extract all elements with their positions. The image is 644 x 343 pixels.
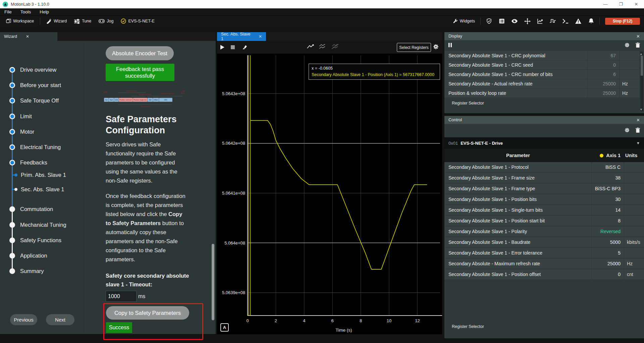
parameter-row[interactable]: Secondary Absolute Slave 1 - Single-turn… (444, 205, 644, 215)
parameter-value[interactable]: 8 (592, 216, 624, 226)
stop-button[interactable]: Stop (F12) (605, 18, 640, 25)
tab-sec-abs-slave-1[interactable]: Sec. Abs. Slave 1 ✕ (217, 32, 266, 41)
parameter-value[interactable]: Reversed (592, 226, 624, 236)
display-row[interactable]: Secondary Absolute Slave 1 - CRC polynom… (444, 51, 639, 60)
menu-file[interactable]: File (0, 9, 16, 14)
list-icon[interactable] (496, 17, 507, 25)
parameter-value[interactable]: 14 (592, 205, 624, 215)
wizard-button[interactable]: Wizard (44, 17, 69, 25)
wizard-step-dot[interactable] (9, 144, 15, 150)
display-row[interactable]: Secondary Absolute Slave 1 - CRC seed 0 (444, 60, 639, 69)
tab-wizard[interactable]: Wizard ✕ (0, 32, 57, 41)
shield-check-icon[interactable] (483, 17, 495, 25)
sidebar-item-sec-abs-slave-1[interactable]: Sec. Abs. Slave 1 (21, 186, 64, 193)
stop-icon[interactable] (228, 45, 238, 49)
parameter-row[interactable]: Secondary Absolute Slave 1 - Frame size … (444, 173, 644, 183)
wizard-step-dot[interactable] (9, 67, 15, 73)
sidebar-item-safety-functions[interactable]: Safety Functions (20, 237, 61, 244)
minimize-button[interactable]: — (598, 0, 613, 8)
wizard-step-dot[interactable] (9, 82, 15, 88)
autoscale-button[interactable]: A (220, 323, 229, 332)
play-icon[interactable] (217, 45, 228, 50)
parameter-value[interactable]: 0 (592, 269, 624, 279)
wizard-step-dot[interactable] (9, 222, 15, 228)
sidebar-item-prim-abs-slave-1[interactable]: Prim. Abs. Slave 1 (21, 172, 66, 178)
sidebar-item-summary[interactable]: Summary (20, 268, 44, 274)
wizard-step-dot[interactable] (9, 237, 15, 243)
scroll-down-icon[interactable]: ▼ (640, 108, 643, 111)
parameter-value[interactable]: BiSS-C BP3 (592, 184, 624, 194)
parameter-row[interactable]: Secondary Absolute Slave 1 - Position of… (444, 269, 644, 279)
menu-tools[interactable]: Tools (16, 9, 36, 14)
sidebar-item-mechanical-tuning[interactable]: Mechanical Tuning (20, 222, 66, 228)
parameter-value[interactable]: 5 (592, 248, 624, 258)
settings-gear-icon[interactable] (625, 43, 630, 49)
terminal-icon[interactable] (560, 17, 571, 25)
parameter-value[interactable]: 5000 (592, 237, 624, 247)
sidebar-item-application[interactable]: Application (20, 253, 47, 259)
display-row[interactable]: Secondary Absolute Slave 1 - CRC number … (444, 70, 639, 79)
trash-icon[interactable] (636, 128, 640, 134)
wizard-step-dot[interactable] (9, 114, 15, 119)
clear-plot-icon[interactable] (238, 45, 251, 50)
wizard-step-dot[interactable] (9, 268, 15, 274)
close-tab-icon[interactable]: ✕ (259, 34, 262, 39)
wizard-step-dot[interactable] (14, 188, 17, 191)
device-selector[interactable]: 0x01 EVS-S-NET-E - Drive ▼ (444, 137, 644, 149)
wizard-step-dot[interactable] (9, 206, 15, 212)
sidebar-item-drive-overview[interactable]: Drive overview (20, 67, 56, 73)
jog-button[interactable]: Jog (96, 17, 116, 25)
wizard-step-dot[interactable] (14, 174, 17, 177)
wizard-step-dot[interactable] (9, 160, 15, 165)
tune-button[interactable]: Tune (71, 17, 94, 25)
widgets-button[interactable]: Widgets (450, 17, 478, 25)
chart-line-icon[interactable] (534, 17, 546, 25)
settings-gear-icon[interactable] (625, 128, 630, 134)
line-style-double-off-icon[interactable] (331, 44, 339, 51)
parameter-row[interactable]: Secondary Absolute Slave 1 - Frame type … (444, 184, 644, 194)
copy-to-safety-parameters-button[interactable]: Copy to Safety Parameters (106, 306, 189, 320)
sidebar-item-limit[interactable]: Limit (20, 113, 32, 120)
trash-icon[interactable] (636, 43, 640, 49)
pause-icon[interactable] (448, 43, 452, 49)
bell-icon[interactable] (585, 17, 597, 25)
parameter-value[interactable]: 25000 (592, 259, 624, 269)
display-scrollbar-thumb[interactable] (641, 56, 643, 76)
previous-button[interactable]: Previous (10, 314, 37, 325)
workspace-button[interactable]: Workspace (3, 17, 37, 25)
parameter-value[interactable]: 30 (592, 194, 624, 204)
display-widget-header[interactable]: Display ✕ (444, 32, 644, 40)
line-style-single-icon[interactable] (307, 44, 314, 51)
display-row[interactable]: Position & velocity loop rate 25000 Hz (444, 88, 639, 97)
parameter-row[interactable]: Secondary Absolute Slave 1 - Baudrate 50… (444, 237, 644, 247)
move-icon[interactable] (522, 17, 533, 25)
close-widget-icon[interactable]: ✕ (636, 118, 640, 123)
parameter-value[interactable]: BiSS C (592, 162, 624, 172)
parameter-row[interactable]: Secondary Absolute - Maximum refresh rat… (444, 259, 644, 269)
chart-settings-gear-icon[interactable] (433, 44, 439, 51)
parameter-row[interactable]: Secondary Absolute Slave 1 - Position bi… (444, 194, 644, 204)
parameter-row[interactable]: Secondary Absolute Slave 1 - Polarity Re… (444, 226, 644, 236)
parameter-row[interactable]: Secondary Absolute Slave 1 - Protocol Bi… (444, 162, 644, 172)
sidebar-item-motor[interactable]: Motor (20, 129, 34, 135)
plot-area[interactable]: 0246810125.0643e+085.0642e+085.0641e+085… (217, 54, 442, 334)
sidebar-item-before-your-start[interactable]: Before your start (20, 82, 61, 88)
control-widget-header[interactable]: Control ✕ (444, 116, 644, 124)
close-widget-icon[interactable]: ✕ (636, 34, 640, 39)
menu-help[interactable]: Help (35, 9, 53, 14)
sidebar-item-feedbacks[interactable]: Feedbacks (20, 159, 47, 166)
wizard-step-dot[interactable] (9, 253, 15, 259)
sidebar-item-electrical-tuning[interactable]: Electrical Tuning (20, 144, 61, 150)
parameter-row[interactable]: Secondary Absolute Slave 1 - Position st… (444, 216, 644, 226)
wizard-step-dot[interactable] (9, 129, 15, 135)
scroll-up-icon[interactable]: ▲ (640, 52, 643, 56)
sidebar-item-commutation[interactable]: Commutation (20, 206, 53, 212)
close-tab-icon[interactable]: ✕ (26, 34, 29, 39)
device-status-button[interactable]: EVS-S-NET-E (118, 17, 157, 25)
absolute-encoder-test-button[interactable]: Absolute Encoder Test (106, 46, 174, 60)
close-button[interactable]: ✕ (629, 0, 644, 8)
line-style-double-icon[interactable] (319, 44, 326, 51)
restore-button[interactable]: ❐ (613, 0, 629, 8)
square-wave-icon[interactable] (547, 17, 558, 25)
parameter-value[interactable]: 38 (592, 173, 624, 183)
